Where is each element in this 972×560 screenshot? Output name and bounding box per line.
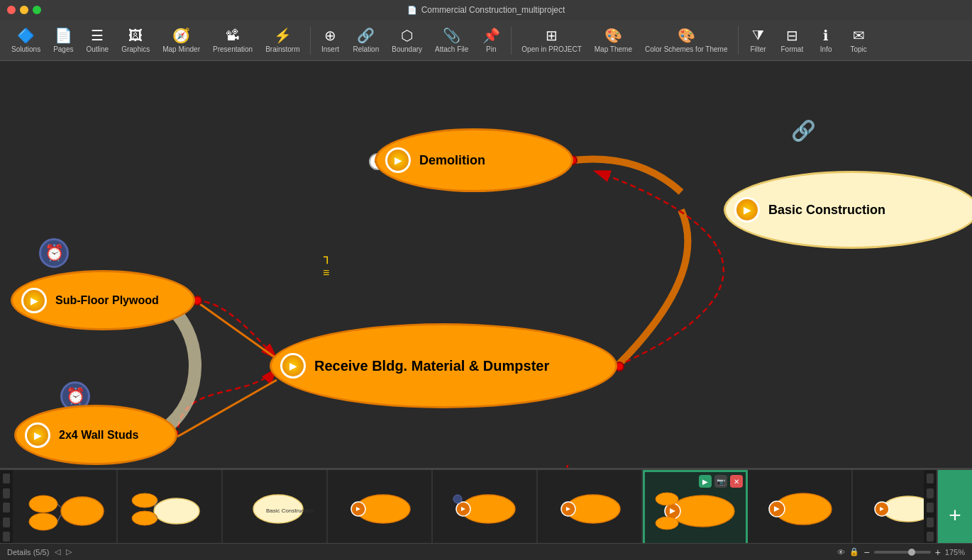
svg-line-4 bbox=[177, 380, 277, 437]
slide-camera-button[interactable]: 📷 bbox=[714, 475, 727, 488]
presentation-button[interactable]: 📽 Presentation bbox=[207, 25, 258, 56]
receive-node[interactable]: ▶ Receive Bldg. Material & Dumpster bbox=[270, 323, 617, 408]
open-project-icon: ⊞ bbox=[546, 27, 558, 44]
brainstorm-button[interactable]: ⚡ Brainstorm bbox=[260, 24, 305, 56]
insert-icon: ⊕ bbox=[324, 27, 336, 44]
graphics-icon: 🖼 bbox=[128, 28, 143, 44]
attach-file-label: Attach File bbox=[435, 45, 468, 53]
presentation-icon: 📽 bbox=[226, 28, 240, 44]
map-theme-button[interactable]: 🎨 Map Theme bbox=[589, 24, 638, 56]
graphics-label: Graphics bbox=[121, 45, 150, 53]
boundary-label: Boundary bbox=[392, 45, 422, 53]
boundary-icon: ⬡ bbox=[401, 27, 413, 44]
solutions-icon: 🔷 bbox=[17, 27, 35, 44]
sep-3 bbox=[738, 26, 739, 55]
slide-1-preview bbox=[13, 470, 116, 548]
map-minder-label: Map Minder bbox=[162, 45, 200, 53]
svg-point-5 bbox=[61, 497, 104, 525]
demolition-node[interactable]: ▶ Demolition bbox=[375, 128, 573, 192]
topic-button[interactable]: ✉ Topic bbox=[843, 24, 874, 56]
svg-line-9 bbox=[57, 515, 61, 522]
filter-label: Filter bbox=[750, 45, 766, 53]
receive-label: Receive Bldg. Material & Dumpster bbox=[314, 358, 549, 374]
receive-play-button[interactable]: ▶ bbox=[280, 353, 306, 379]
outline-button[interactable]: ☰ Outline bbox=[81, 24, 115, 56]
filter-icon: ⧩ bbox=[752, 28, 764, 44]
subfloor-node[interactable]: ▶ Sub-Floor Plywood bbox=[11, 270, 195, 330]
filter-button[interactable]: ⧩ Filter bbox=[743, 25, 774, 56]
svg-text:Basic Construction: Basic Construction bbox=[266, 508, 314, 514]
link-icon: 🔗 bbox=[791, 119, 816, 142]
presentation-label: Presentation bbox=[213, 45, 253, 53]
pages-button[interactable]: 📄 Pages bbox=[48, 24, 79, 56]
svg-point-11 bbox=[132, 493, 158, 508]
attach-file-icon: 📎 bbox=[443, 27, 460, 44]
slide-close-button[interactable]: ✕ bbox=[730, 475, 743, 488]
zoom-controls: 👁 🔒 − + 175% bbox=[837, 547, 965, 558]
solutions-button[interactable]: 🔷 Solutions bbox=[6, 24, 46, 56]
nav-right-button[interactable]: ▷ bbox=[66, 547, 72, 556]
color-schemes-button[interactable]: 🎨 Color Schemes for Theme bbox=[639, 24, 734, 56]
map-minder-button[interactable]: 🧭 Map Minder bbox=[157, 24, 206, 56]
bracket-decoration: ⌐ bbox=[318, 256, 336, 265]
topic-label: Topic bbox=[850, 45, 866, 53]
wall-studs-node[interactable]: ▶ 2x4 Wall Studs bbox=[14, 405, 177, 465]
traffic-lights bbox=[7, 6, 41, 14]
format-button[interactable]: ⊟ Format bbox=[775, 24, 810, 56]
outline-label: Outline bbox=[87, 45, 109, 53]
toolbar: 🔷 Solutions 📄 Pages ☰ Outline 🖼 Graphics… bbox=[0, 20, 972, 61]
slide-5-preview bbox=[433, 470, 536, 548]
info-icon: ℹ bbox=[823, 27, 829, 44]
demolition-play-button[interactable]: ▶ bbox=[385, 147, 411, 173]
wall-studs-play-button[interactable]: ▶ bbox=[25, 422, 50, 448]
eye-icon: 👁 bbox=[837, 548, 845, 556]
relation-icon: 🔗 bbox=[357, 27, 375, 44]
open-project-button[interactable]: ⊞ Open in PROJECT bbox=[516, 24, 587, 56]
slide-7-controls: ▶ 📷 ✕ bbox=[699, 475, 743, 488]
svg-point-30 bbox=[656, 493, 678, 505]
outline-icon: ☰ bbox=[91, 27, 104, 44]
subfloor-play-button[interactable]: ▶ bbox=[21, 288, 47, 313]
basic-construction-node[interactable]: ▶ Basic Construction bbox=[724, 171, 972, 249]
svg-point-7 bbox=[29, 513, 57, 530]
slide-8-preview bbox=[748, 470, 851, 548]
open-project-label: Open in PROJECT bbox=[521, 45, 581, 53]
zoom-in-button[interactable]: + bbox=[935, 547, 941, 558]
color-schemes-label: Color Schemes for Theme bbox=[645, 45, 728, 53]
map-theme-icon: 🎨 bbox=[604, 27, 622, 44]
slide-6-preview bbox=[538, 470, 641, 548]
pages-icon: 📄 bbox=[55, 27, 72, 44]
maximize-button[interactable] bbox=[33, 6, 41, 14]
nav-left-button[interactable]: ◁ bbox=[55, 547, 60, 556]
statusbar: Details (5/5) ◁ ▷ 👁 🔒 − + 175% bbox=[0, 543, 972, 560]
clock-icon-subfloor: ⏰ bbox=[39, 238, 69, 268]
slide-2-preview bbox=[118, 470, 221, 548]
insert-label: Insert bbox=[321, 45, 339, 53]
demolition-label: Demolition bbox=[419, 153, 485, 168]
basic-construction-play-button[interactable]: ▶ bbox=[734, 197, 760, 223]
pages-label: Pages bbox=[53, 45, 73, 53]
svg-point-6 bbox=[29, 495, 57, 513]
attach-file-button[interactable]: 📎 Attach File bbox=[429, 24, 474, 56]
minimize-button[interactable] bbox=[20, 6, 28, 14]
canvas[interactable]: ⏰ ⏰ + − 🔗 ⌐ ≡ ▶ Demolition ▶ Basic Const… bbox=[0, 61, 972, 496]
close-button[interactable] bbox=[7, 6, 16, 14]
graphics-button[interactable]: 🖼 Graphics bbox=[116, 25, 155, 56]
relation-button[interactable]: 🔗 Relation bbox=[348, 24, 385, 56]
relation-label: Relation bbox=[353, 45, 380, 53]
zoom-slider[interactable] bbox=[874, 551, 931, 554]
boundary-button[interactable]: ⬡ Boundary bbox=[386, 24, 428, 56]
lock-icon: 🔒 bbox=[849, 547, 859, 556]
wall-studs-label: 2x4 Wall Studs bbox=[59, 429, 138, 442]
slide-9-preview bbox=[853, 470, 924, 548]
info-button[interactable]: ℹ Info bbox=[810, 24, 841, 56]
insert-button[interactable]: ⊕ Insert bbox=[315, 24, 346, 56]
window-title: 📄 Commercial Construction_multiproject bbox=[407, 5, 565, 15]
brainstorm-label: Brainstorm bbox=[265, 45, 299, 53]
zoom-out-button[interactable]: − bbox=[863, 547, 869, 558]
slide-play-button[interactable]: ▶ bbox=[699, 475, 712, 488]
zoom-thumb bbox=[908, 549, 915, 556]
pin-label: Pin bbox=[486, 45, 496, 53]
pin-button[interactable]: 📌 Pin bbox=[475, 24, 507, 56]
format-icon: ⊟ bbox=[786, 27, 798, 44]
